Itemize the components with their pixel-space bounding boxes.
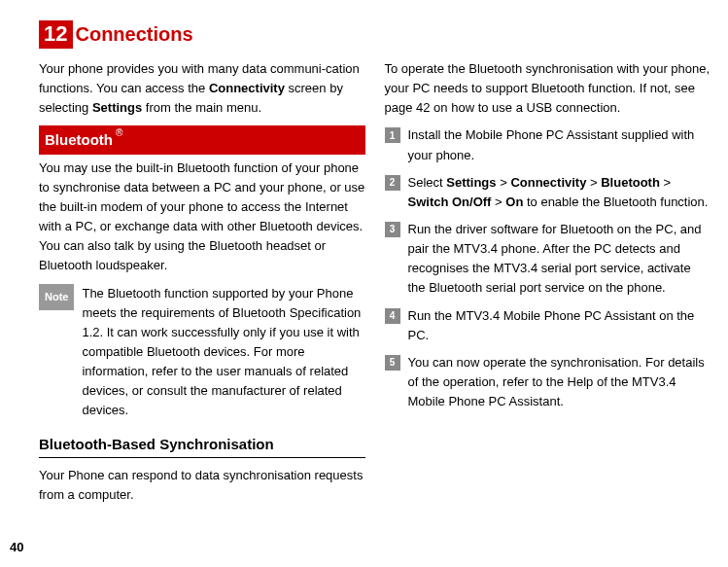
step-number: 4 bbox=[385, 308, 400, 324]
section-heading-bluetooth: Bluetooth® bbox=[39, 125, 365, 154]
bold-text: Switch On/Off bbox=[408, 195, 492, 209]
bold-text: Connectivity bbox=[510, 175, 586, 190]
bold-text: Settings bbox=[446, 175, 496, 190]
bold-text: Bluetooth bbox=[601, 175, 660, 190]
steps-list: 1Install the Mobile Phone PC Assistant s… bbox=[385, 125, 711, 411]
step-text: Select Settings > Connectivity > Bluetoo… bbox=[408, 173, 711, 212]
text: to enable the Bluetooth function. bbox=[523, 195, 708, 209]
step-item: 1Install the Mobile Phone PC Assistant s… bbox=[385, 125, 711, 164]
section-title: Bluetooth bbox=[45, 128, 113, 151]
bold-text: Settings bbox=[92, 100, 142, 115]
chapter-number: 12 bbox=[39, 20, 73, 48]
left-column: Your phone provides you with many data c… bbox=[39, 59, 365, 513]
divider bbox=[39, 457, 365, 458]
bold-text: On bbox=[505, 195, 523, 209]
right-column: To operate the Bluetooth synchronisation… bbox=[385, 59, 711, 513]
step-item: 5You can now operate the synchronisation… bbox=[385, 353, 711, 411]
step-text: You can now operate the synchronisation.… bbox=[408, 353, 711, 411]
page-number: 40 bbox=[10, 538, 23, 557]
text: > bbox=[497, 175, 511, 190]
note-label: Note bbox=[39, 284, 74, 310]
text: > bbox=[491, 195, 505, 209]
step-number: 3 bbox=[385, 222, 400, 237]
step-text: Run the MTV3.4 Mobile Phone PC Assistant… bbox=[408, 306, 711, 345]
text: Select bbox=[408, 175, 447, 190]
section-body: You may use the built-in Bluetooth funct… bbox=[39, 159, 365, 276]
col2-intro: To operate the Bluetooth synchronisation… bbox=[385, 59, 711, 118]
chapter-header: 12 Connections bbox=[39, 19, 711, 50]
sub-body: Your Phone can respond to data synchroni… bbox=[39, 466, 365, 505]
step-item: 3Run the driver software for Bluetooth o… bbox=[385, 220, 711, 299]
note-block: Note The Bluetooth function supported by… bbox=[39, 284, 365, 421]
step-item: 4Run the MTV3.4 Mobile Phone PC Assistan… bbox=[385, 306, 711, 345]
text: from the main menu. bbox=[142, 100, 261, 115]
intro-paragraph: Your phone provides you with many data c… bbox=[39, 59, 365, 118]
subheading: Bluetooth-Based Synchronisation bbox=[39, 433, 365, 455]
step-item: 2Select Settings > Connectivity > Blueto… bbox=[385, 173, 711, 212]
text: > bbox=[660, 175, 671, 190]
step-number: 1 bbox=[385, 127, 400, 143]
step-text: Install the Mobile Phone PC Assistant su… bbox=[408, 125, 711, 164]
step-text: Run the driver software for Bluetooth on… bbox=[408, 220, 711, 299]
step-number: 5 bbox=[385, 355, 400, 371]
text: > bbox=[586, 175, 601, 190]
chapter-title: Connections bbox=[75, 19, 192, 50]
bold-text: Connectivity bbox=[209, 81, 285, 95]
trademark-symbol: ® bbox=[116, 128, 122, 138]
step-number: 2 bbox=[385, 175, 400, 191]
note-text: The Bluetooth function supported by your… bbox=[82, 284, 364, 421]
